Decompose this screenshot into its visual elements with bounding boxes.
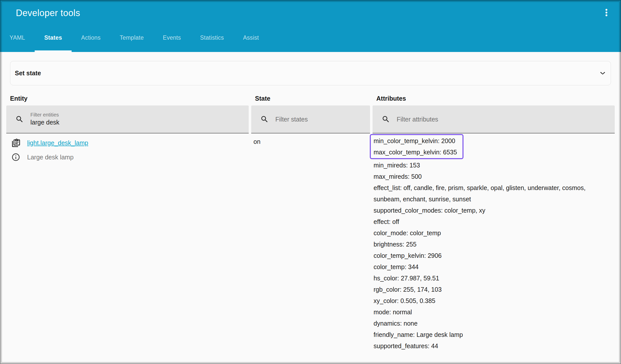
attribute-line: supported_features: 44 <box>374 340 615 352</box>
attribute-line: hs_color: 27.987, 59.51 <box>374 273 615 284</box>
attribute-line: min_color_temp_kelvin: 2000 <box>374 135 457 147</box>
page-title: Developer tools <box>16 8 80 18</box>
attribute-line: effect_list: off, candle, fire, prism, s… <box>374 182 615 205</box>
tab-bar: YAML States Actions Template Events Stat… <box>0 24 621 52</box>
set-state-panel[interactable]: Set state <box>10 61 611 85</box>
search-icon <box>260 115 269 124</box>
tab-events[interactable]: Events <box>153 24 190 52</box>
tab-yaml[interactable]: YAML <box>0 24 35 52</box>
attribute-line: effect: off <box>374 216 615 227</box>
state-filter-input[interactable] <box>275 115 370 124</box>
column-header-entity: Entity <box>6 95 249 105</box>
attributes-cell: min_color_temp_kelvin: 2000 max_color_te… <box>373 136 615 352</box>
filter-row: Filter entities <box>6 105 615 134</box>
attribute-line: dynamics: none <box>374 318 615 329</box>
info-icon[interactable] <box>11 153 20 162</box>
state-cell: on <box>251 136 370 145</box>
entity-id-link[interactable]: light.large_desk_lamp <box>27 139 88 147</box>
tab-template[interactable]: Template <box>110 24 153 52</box>
attribute-line: min_mireds: 153 <box>374 160 615 171</box>
column-header-state: State <box>251 95 370 105</box>
column-header-attributes: Attributes <box>373 95 615 105</box>
entity-filter-stack: Filter entities <box>30 112 249 127</box>
set-state-label: Set state <box>15 70 41 77</box>
attribute-line: supported_color_modes: color_temp, xy <box>374 205 615 216</box>
attribute-line: friendly_name: Large desk lamp <box>374 329 615 340</box>
entity-filter-field[interactable]: Filter entities <box>6 105 249 134</box>
attribute-line: color_temp_kelvin: 2906 <box>374 250 615 261</box>
chevron-down-icon[interactable] <box>598 68 608 78</box>
attribute-line: color_temp: 344 <box>374 261 615 273</box>
attributes-filter-stack <box>397 115 615 124</box>
search-icon <box>15 115 24 124</box>
entity-friendly-name: Large desk lamp <box>27 154 74 161</box>
attribute-line: xy_color: 0.505, 0.385 <box>374 295 615 307</box>
header-top-bar: Developer tools <box>0 0 621 24</box>
search-icon <box>382 115 390 124</box>
entity-row: light.large_desk_lamp Large desk lamp on… <box>6 134 615 352</box>
app-header: Developer tools YAML States Actions Temp… <box>0 0 621 52</box>
attributes-filter-input[interactable] <box>397 115 615 124</box>
developer-tools-page: Developer tools YAML States Actions Temp… <box>0 0 621 364</box>
states-tab-content: Set state Entity State Attributes Filter… <box>0 52 621 352</box>
attribute-line: rgb_color: 255, 174, 103 <box>374 284 615 295</box>
highlight-annotation-box: min_color_temp_kelvin: 2000 max_color_te… <box>370 134 463 159</box>
attributes-filter-field[interactable] <box>373 105 615 134</box>
dots-vertical-icon <box>601 7 612 19</box>
attribute-line: color_mode: color_temp <box>374 227 615 239</box>
entity-cell: light.large_desk_lamp Large desk lamp <box>6 136 249 166</box>
state-filter-field[interactable] <box>251 105 370 134</box>
attribute-line: brightness: 255 <box>374 239 615 250</box>
tab-statistics[interactable]: Statistics <box>190 24 233 52</box>
state-filter-stack <box>275 115 370 124</box>
overflow-menu-button[interactable] <box>600 7 612 19</box>
column-header-row: Entity State Attributes <box>6 95 615 105</box>
entity-filter-input[interactable] <box>30 118 249 127</box>
tab-assist[interactable]: Assist <box>233 24 268 52</box>
attribute-line: max_mireds: 500 <box>374 171 615 182</box>
entity-filter-label: Filter entities <box>30 112 249 118</box>
tab-states[interactable]: States <box>35 24 72 52</box>
entity-id-line: light.large_desk_lamp <box>11 137 249 149</box>
tab-actions[interactable]: Actions <box>72 24 110 52</box>
attribute-line: mode: normal <box>374 307 615 318</box>
entity-name-line: Large desk lamp <box>11 151 249 163</box>
attribute-line: max_color_temp_kelvin: 6535 <box>374 147 457 158</box>
copy-to-clipboard-icon[interactable] <box>11 138 20 147</box>
